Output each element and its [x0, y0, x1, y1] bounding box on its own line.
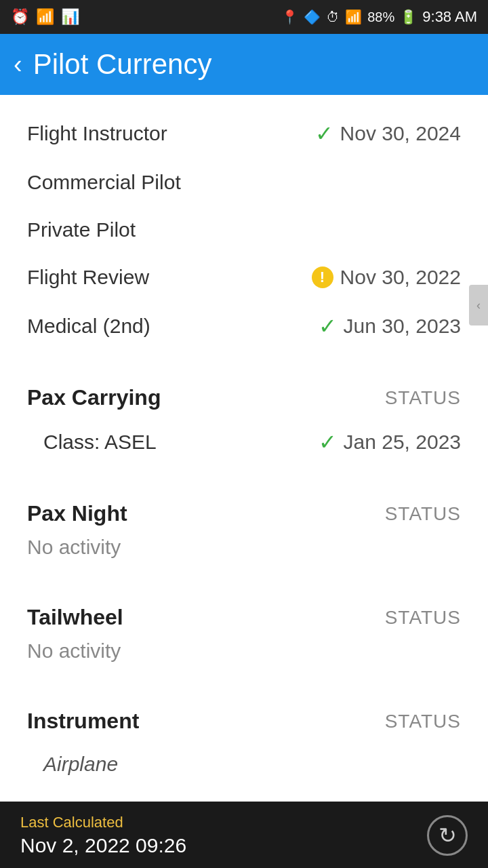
app-bar: ‹ Pilot Currency — [0, 34, 488, 95]
section-heading-instrument: Instrument — [27, 709, 139, 734]
section-heading-tailwheel: Tailwheel — [27, 605, 123, 630]
certification-rows: Flight Instructor✓Nov 30, 2024Commercial… — [27, 108, 461, 351]
currency-row-medical[interactable]: Medical (2nd)✓Jun 30, 2023 — [27, 301, 461, 351]
status-bar-time: 9:38 AM — [422, 8, 477, 26]
check-icon: ✓ — [319, 429, 337, 455]
currency-row-private-pilot[interactable]: Private Pilot — [27, 206, 461, 254]
wifi-icon: 📶 — [36, 8, 54, 26]
last-calculated-label: Last Calculated — [20, 814, 186, 831]
section-header-tailwheel: TailwheelSTATUS — [27, 593, 461, 637]
status-bar: ⏰ 📶 📊 📍 🔷 ⏱ 📶 88% 🔋 9:38 AM — [0, 0, 488, 34]
no-activity-pax-night: No activity — [27, 533, 461, 571]
sections-container: Pax CarryingSTATUSClass: ASEL✓Jan 25, 20… — [27, 351, 461, 788]
bottom-bar: Last Calculated Nov 2, 2022 09:26 ↻ — [0, 802, 488, 868]
signal-icon: 📶 — [345, 9, 362, 25]
content-area: ‹ Flight Instructor✓Nov 30, 2024Commerci… — [0, 95, 488, 802]
section-heading-pax-night: Pax Night — [27, 501, 127, 526]
section-heading-pax-carrying: Pax Carrying — [27, 385, 161, 410]
sub-label-airplane: Airplane — [27, 753, 118, 776]
currency-row-commercial-pilot[interactable]: Commercial Pilot — [27, 159, 461, 206]
back-button[interactable]: ‹ — [14, 52, 22, 77]
warning-icon: ! — [312, 267, 333, 288]
alarm-icon: ⏰ — [11, 8, 29, 26]
sub-date-class-asel: Jan 25, 2023 — [344, 431, 461, 454]
section-status-label-pax-carrying: STATUS — [385, 387, 461, 409]
check-icon: ✓ — [319, 313, 337, 339]
currency-row-flight-review[interactable]: Flight Review!Nov 30, 2022 — [27, 254, 461, 301]
refresh-icon: ↻ — [439, 823, 457, 848]
row-date-flight-instructor: Nov 30, 2024 — [340, 122, 461, 145]
bluetooth-icon: 🔷 — [304, 9, 321, 25]
sub-row-class-asel[interactable]: Class: ASEL✓Jan 25, 2023 — [27, 417, 461, 467]
scroll-handle[interactable]: ‹ — [469, 285, 488, 326]
section-header-instrument: InstrumentSTATUS — [27, 696, 461, 741]
row-label-private-pilot: Private Pilot — [27, 218, 136, 241]
row-label-medical: Medical (2nd) — [27, 315, 150, 338]
chart-icon: 📊 — [61, 8, 79, 26]
location-icon: 📍 — [281, 9, 298, 25]
battery-icon: 🔋 — [400, 9, 417, 25]
section-header-pax-night: Pax NightSTATUS — [27, 489, 461, 533]
last-calculated-date: Nov 2, 2022 09:26 — [20, 834, 186, 857]
row-label-flight-review: Flight Review — [27, 266, 149, 289]
section-status-label-instrument: STATUS — [385, 711, 461, 732]
section-status-label-pax-night: STATUS — [385, 503, 461, 525]
check-icon: ✓ — [315, 121, 333, 146]
last-calculated-container: Last Calculated Nov 2, 2022 09:26 — [20, 814, 186, 857]
clock-icon: ⏱ — [326, 9, 340, 25]
no-activity-tailwheel: No activity — [27, 637, 461, 675]
sub-label-class-asel: Class: ASEL — [27, 431, 157, 454]
row-date-flight-review: Nov 30, 2022 — [340, 266, 461, 289]
currency-row-flight-instructor[interactable]: Flight Instructor✓Nov 30, 2024 — [27, 108, 461, 159]
status-bar-left: ⏰ 📶 📊 — [11, 8, 79, 26]
row-status-medical: ✓Jun 30, 2023 — [319, 313, 461, 339]
section-header-pax-carrying: Pax CarryingSTATUS — [27, 373, 461, 417]
refresh-button[interactable]: ↻ — [427, 815, 468, 856]
row-label-flight-instructor: Flight Instructor — [27, 122, 167, 145]
row-status-flight-instructor: ✓Nov 30, 2024 — [315, 121, 461, 146]
sub-status-class-asel: ✓Jan 25, 2023 — [319, 429, 461, 455]
row-date-medical: Jun 30, 2023 — [344, 315, 461, 338]
row-label-commercial-pilot: Commercial Pilot — [27, 171, 181, 194]
sub-row-airplane[interactable]: Airplane — [27, 741, 461, 788]
section-status-label-tailwheel: STATUS — [385, 607, 461, 629]
battery-level: 88% — [367, 9, 394, 25]
page-title: Pilot Currency — [33, 48, 212, 81]
status-bar-right: 📍 🔷 ⏱ 📶 88% 🔋 9:38 AM — [281, 8, 477, 26]
row-status-flight-review: !Nov 30, 2022 — [312, 266, 461, 289]
